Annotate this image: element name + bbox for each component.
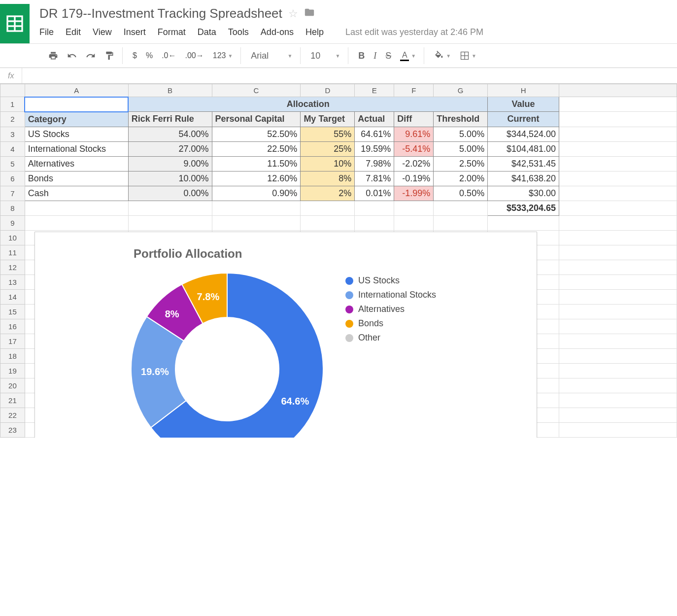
cell-threshold-1[interactable]: 5.00%	[434, 141, 488, 156]
menu-edit[interactable]: Edit	[66, 27, 81, 37]
cell-pc-0[interactable]: 52.50%	[212, 127, 301, 141]
cell-actual-4[interactable]: 0.01%	[355, 186, 394, 201]
cell-pc-3[interactable]: 12.60%	[212, 171, 301, 186]
menu-help[interactable]: Help	[305, 27, 324, 37]
increase-decimal-button[interactable]: .00→	[181, 48, 207, 63]
col-header-F[interactable]: F	[394, 84, 434, 97]
row-header-12[interactable]: 12	[0, 260, 25, 274]
font-family-select[interactable]: Arial▼	[247, 49, 296, 63]
paint-format-icon[interactable]	[101, 48, 118, 64]
currency-button[interactable]: $	[129, 48, 141, 63]
decrease-decimal-button[interactable]: .0←	[158, 48, 180, 63]
row-header-16[interactable]: 16	[0, 319, 25, 334]
cell-current-2[interactable]: $42,531.45	[488, 156, 559, 171]
cell-rickferri-3[interactable]: 10.00%	[128, 171, 212, 186]
cell-threshold-0[interactable]: 5.00%	[434, 127, 488, 141]
cell-threshold-2[interactable]: 2.50%	[434, 156, 488, 171]
cell-rickferri-4[interactable]: 0.00%	[128, 186, 212, 201]
header-value[interactable]: Value	[488, 97, 559, 112]
cell-current-4[interactable]: $30.00	[488, 186, 559, 201]
menu-file[interactable]: File	[39, 27, 54, 37]
spreadsheet[interactable]: ABCDEFGH1AllocationValue2CategoryRick Fe…	[0, 84, 677, 438]
cell-actual-3[interactable]: 7.81%	[355, 171, 394, 186]
strikethrough-button[interactable]: S	[381, 48, 395, 64]
cell-pc-1[interactable]: 22.50%	[212, 141, 301, 156]
cell-threshold-3[interactable]: 2.00%	[434, 171, 488, 186]
menu-insert[interactable]: Insert	[124, 27, 146, 37]
menu-tools[interactable]: Tools	[228, 27, 249, 37]
fill-color-button[interactable]: ▼	[430, 48, 455, 64]
document-title[interactable]: DR 179--Investment Tracking Spreadsheet	[39, 6, 282, 21]
format-123-button[interactable]: 123▼	[209, 48, 237, 63]
header-current[interactable]: Current	[488, 112, 559, 127]
row-header-3[interactable]: 3	[0, 127, 25, 141]
row-header-10[interactable]: 10	[0, 230, 25, 245]
cell-target-0[interactable]: 55%	[301, 127, 355, 141]
header-rick-ferri[interactable]: Rick Ferri Rule	[128, 112, 212, 127]
bold-button[interactable]: B	[354, 48, 369, 64]
cell-A1[interactable]	[25, 97, 128, 112]
borders-button[interactable]: ▼	[456, 48, 480, 64]
row-header-18[interactable]: 18	[0, 348, 25, 363]
cell-target-1[interactable]: 25%	[301, 141, 355, 156]
chart-container[interactable]: Portfolio Allocation 64.6%19.6%8%7.8% US…	[34, 232, 537, 438]
cell-diff-0[interactable]: 9.61%	[394, 127, 434, 141]
print-icon[interactable]	[44, 48, 62, 64]
cell-current-3[interactable]: $41,638.20	[488, 171, 559, 186]
cell-threshold-4[interactable]: 0.50%	[434, 186, 488, 201]
menu-add-ons[interactable]: Add-ons	[261, 27, 294, 37]
cell-category-4[interactable]: Cash	[25, 186, 128, 201]
sheets-app-icon[interactable]	[0, 4, 30, 43]
cell-diff-1[interactable]: -5.41%	[394, 141, 434, 156]
menu-view[interactable]: View	[93, 27, 112, 37]
row-header-23[interactable]: 23	[0, 422, 25, 437]
row-header-22[interactable]: 22	[0, 408, 25, 422]
header-category[interactable]: Category	[25, 112, 128, 127]
cell-target-4[interactable]: 2%	[301, 186, 355, 201]
menu-format[interactable]: Format	[158, 27, 186, 37]
folder-icon[interactable]	[304, 7, 315, 21]
header-allocation[interactable]: Allocation	[128, 97, 488, 112]
col-header-B[interactable]: B	[128, 84, 212, 97]
row-header-8[interactable]: 8	[0, 201, 25, 215]
col-header-H[interactable]: H	[488, 84, 559, 97]
cell-rickferri-0[interactable]: 54.00%	[128, 127, 212, 141]
cell-diff-3[interactable]: -0.19%	[394, 171, 434, 186]
header-personal-capital[interactable]: Personal Capital	[212, 112, 301, 127]
cell-rickferri-2[interactable]: 9.00%	[128, 156, 212, 171]
row-header-17[interactable]: 17	[0, 334, 25, 348]
cell-actual-0[interactable]: 64.61%	[355, 127, 394, 141]
row-header-19[interactable]: 19	[0, 363, 25, 378]
cell-current-0[interactable]: $344,524.00	[488, 127, 559, 141]
cell-category-3[interactable]: Bonds	[25, 171, 128, 186]
header-actual[interactable]: Actual	[355, 112, 394, 127]
header-threshold[interactable]: Threshold	[434, 112, 488, 127]
row-header-9[interactable]: 9	[0, 215, 25, 230]
row-header-2[interactable]: 2	[0, 112, 25, 127]
header-my-target[interactable]: My Target	[301, 112, 355, 127]
row-header-20[interactable]: 20	[0, 378, 25, 393]
cell-target-2[interactable]: 10%	[301, 156, 355, 171]
text-color-button[interactable]: A▼	[396, 48, 420, 64]
font-size-select[interactable]: 10▼	[306, 49, 344, 63]
row-header-14[interactable]: 14	[0, 289, 25, 304]
cell-actual-2[interactable]: 7.98%	[355, 156, 394, 171]
redo-icon[interactable]	[82, 48, 100, 64]
cell-diff-2[interactable]: -2.02%	[394, 156, 434, 171]
row-header-4[interactable]: 4	[0, 141, 25, 156]
row-header-13[interactable]: 13	[0, 274, 25, 289]
row-header-6[interactable]: 6	[0, 171, 25, 186]
col-header-C[interactable]: C	[212, 84, 301, 97]
star-icon[interactable]: ☆	[288, 7, 298, 20]
cell-current-1[interactable]: $104,481.00	[488, 141, 559, 156]
header-diff[interactable]: Diff	[394, 112, 434, 127]
cell-target-3[interactable]: 8%	[301, 171, 355, 186]
cell-diff-4[interactable]: -1.99%	[394, 186, 434, 201]
cell-total[interactable]: $533,204.65	[488, 201, 559, 215]
italic-button[interactable]: I	[370, 48, 380, 64]
row-header-1[interactable]: 1	[0, 97, 25, 112]
cell-pc-2[interactable]: 11.50%	[212, 156, 301, 171]
formula-input[interactable]	[22, 68, 677, 83]
col-header-A[interactable]: A	[25, 84, 128, 97]
col-header-E[interactable]: E	[355, 84, 394, 97]
